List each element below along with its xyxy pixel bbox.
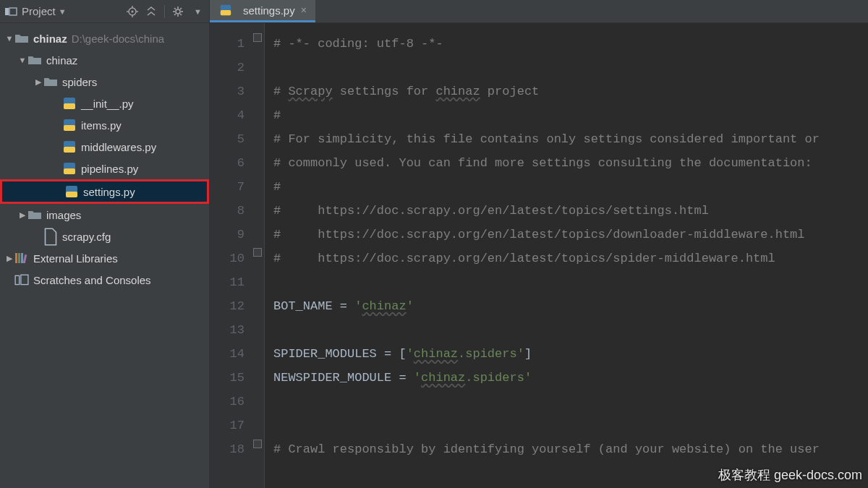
tree-file[interactable]: pipelines.py — [0, 158, 209, 179]
chevron-right-icon[interactable]: ▶ — [17, 210, 27, 220]
svg-line-15 — [174, 14, 176, 15]
folder-icon — [14, 31, 29, 46]
watermark: 极客教程 geek-docs.com — [718, 466, 862, 484]
project-panel-icon — [4, 7, 17, 17]
chevron-right-icon[interactable]: ▶ — [33, 77, 43, 87]
svg-rect-32 — [21, 275, 28, 284]
tree-label: middlewares.py — [81, 141, 156, 153]
chevron-down-icon[interactable]: ▼ — [4, 34, 14, 43]
tab-filename: settings.py — [243, 4, 295, 17]
code-editor[interactable]: 123456789101112131415161718 # -*- coding… — [210, 23, 868, 488]
chevron-right-icon[interactable]: ▶ — [4, 254, 14, 263]
folder-icon — [43, 74, 58, 89]
tree-external-libraries[interactable]: ▶ External Libraries — [0, 247, 209, 269]
svg-line-16 — [180, 8, 182, 9]
editor-tab-active[interactable]: settings.py × — [210, 0, 315, 22]
chevron-down-icon[interactable]: ▼ — [194, 7, 202, 16]
tree-folder[interactable]: ▶ images — [0, 204, 209, 226]
svg-rect-18 — [64, 103, 75, 109]
libraries-icon — [14, 251, 29, 265]
editor-tabbar: settings.py × — [210, 0, 868, 23]
project-sidebar: Project ▼ ▼ ▼ chinazD:\geek-docs\china ▼… — [0, 0, 210, 488]
scratches-icon — [14, 273, 29, 287]
svg-rect-24 — [64, 168, 75, 174]
svg-point-8 — [176, 9, 180, 14]
svg-line-14 — [180, 14, 182, 15]
gear-icon[interactable] — [172, 6, 184, 17]
fold-mark-icon[interactable] — [253, 440, 262, 448]
svg-rect-26 — [66, 192, 77, 197]
svg-rect-30 — [23, 254, 27, 263]
tree-label: images — [46, 209, 81, 221]
tree-label: chinaz — [33, 33, 67, 45]
project-tool-header: Project ▼ ▼ — [0, 0, 209, 23]
python-file-icon — [62, 96, 77, 111]
python-file-icon — [64, 184, 79, 199]
svg-rect-27 — [15, 253, 17, 263]
project-title[interactable]: Project — [22, 5, 56, 17]
project-tree[interactable]: ▼ chinazD:\geek-docs\china ▼ chinaz ▶ sp… — [0, 23, 209, 295]
tree-folder[interactable]: ▼ chinaz — [0, 49, 209, 71]
svg-rect-29 — [21, 253, 23, 263]
tree-file[interactable]: middlewares.py — [0, 136, 209, 158]
fold-mark-icon[interactable] — [253, 248, 262, 257]
tree-label: __init__.py — [81, 98, 134, 110]
tree-scratches[interactable]: · Scratches and Consoles — [0, 269, 209, 291]
python-file-icon — [62, 161, 77, 176]
locate-icon[interactable] — [127, 6, 138, 17]
tree-root[interactable]: ▼ chinazD:\geek-docs\china — [0, 27, 209, 49]
tree-label: pipelines.py — [81, 163, 138, 175]
svg-line-13 — [174, 8, 176, 9]
editor-area: settings.py × 12345678910111213141516171… — [210, 0, 868, 488]
svg-rect-22 — [64, 147, 75, 153]
tree-file-selected[interactable]: settings.py — [0, 179, 209, 204]
python-file-icon — [218, 3, 233, 17]
svg-point-3 — [132, 10, 134, 12]
tree-file[interactable]: items.py — [0, 114, 209, 136]
tree-label: settings.py — [83, 186, 135, 198]
svg-rect-0 — [5, 8, 9, 15]
fold-mark-icon[interactable] — [253, 33, 262, 42]
python-file-icon — [62, 140, 77, 154]
svg-rect-28 — [18, 253, 20, 263]
toolbar-separator — [164, 5, 165, 18]
python-file-icon — [62, 118, 77, 132]
collapse-all-icon[interactable] — [145, 6, 157, 17]
file-icon — [43, 229, 58, 244]
svg-rect-34 — [221, 10, 231, 15]
tree-label: scrapy.cfg — [62, 231, 111, 243]
svg-rect-1 — [9, 8, 17, 15]
close-icon[interactable]: × — [301, 4, 307, 16]
svg-rect-20 — [64, 125, 75, 131]
tree-label: items.py — [81, 119, 122, 132]
chevron-down-icon[interactable]: ▼ — [17, 56, 27, 64]
tree-file[interactable]: · scrapy.cfg — [0, 226, 209, 247]
tree-file[interactable]: __init__.py — [0, 93, 209, 114]
tree-label: chinaz — [46, 54, 77, 67]
svg-rect-31 — [15, 275, 20, 284]
folder-icon — [27, 207, 42, 222]
tree-folder[interactable]: ▶ spiders — [0, 71, 209, 93]
chevron-down-icon[interactable]: ▼ — [59, 7, 67, 16]
fold-strip — [252, 23, 265, 488]
line-number-gutter: 123456789101112131415161718 — [210, 23, 252, 488]
folder-icon — [27, 53, 42, 67]
tree-label: External Libraries — [33, 252, 118, 265]
tree-label: spiders — [62, 76, 97, 88]
tree-path: D:\geek-docs\china — [72, 33, 164, 45]
tree-label: Scratches and Consoles — [33, 274, 151, 286]
code-content[interactable]: # -*- coding: utf-8 -*-# Scrapy settings… — [265, 23, 868, 488]
